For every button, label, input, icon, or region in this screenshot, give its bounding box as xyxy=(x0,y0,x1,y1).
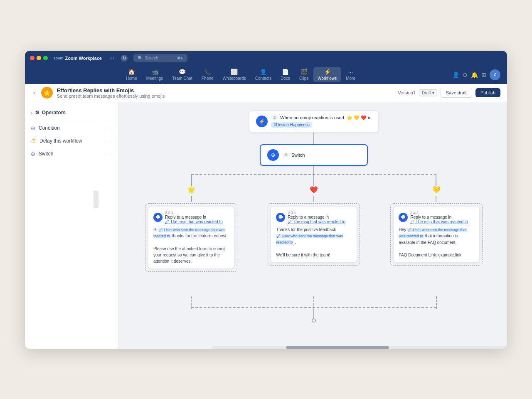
sidebar-item-left-condition: ⊕ Condition xyxy=(31,125,60,131)
workflow-subtitle: Send preset team messages effortlessly u… xyxy=(57,94,165,99)
reply-num-2: 2.3.1 xyxy=(288,211,345,215)
nav-label-contacts: Contacts xyxy=(255,76,271,81)
reply-icon-1: 💬 xyxy=(153,213,163,222)
workflow-icon: ⭐ xyxy=(41,87,53,99)
sidebar-collapse-tab[interactable]: › xyxy=(94,191,99,208)
nav-label-docs: Docs xyxy=(281,76,290,81)
maximize-button[interactable] xyxy=(43,56,48,60)
contacts-icon: 👤 xyxy=(260,69,267,75)
nav-item-docs[interactable]: 📄 Docs xyxy=(276,67,294,82)
nav-item-home[interactable]: 🏠 Home xyxy=(122,67,141,82)
reply-link-1[interactable]: 🖊 The msg that was reacted to xyxy=(165,219,223,224)
nav-label-meetings: Meetings xyxy=(146,76,163,81)
nav-item-whiteboards[interactable]: ⬜ Whiteboards xyxy=(219,67,250,82)
reply-body-1: Hi 🖊 User who sent the message that was … xyxy=(153,227,229,264)
navbar: 🏠 Home 📹 Meetings 💬 Team Chat 📞 Phone ⬜ … xyxy=(25,66,507,84)
v-line-top xyxy=(313,166,314,174)
v-merge xyxy=(313,307,314,320)
refresh-icon[interactable]: ↻ xyxy=(121,55,128,62)
sidebar-item-delay[interactable]: ⏱ Delay this workflow ⋮⋮ xyxy=(25,135,118,148)
nav-item-phone[interactable]: 📞 Phone xyxy=(197,67,218,82)
reply-body-3: Hey 🖊 User who sent the message that was… xyxy=(399,227,474,258)
reply-title-label-2: Reply to a message in xyxy=(288,215,345,219)
reply-num-3: 2.4.1 xyxy=(410,211,468,215)
sidebar-item-switch[interactable]: ⊕ Switch ⋮⋮ xyxy=(25,148,118,160)
bell-icon[interactable]: 🔔 xyxy=(471,71,478,78)
reply-dashed-frame-3: 💬 2.4.1 Reply to a message in 🖊 The msg … xyxy=(390,203,483,266)
zoom-label: zoom xyxy=(54,56,64,60)
sidebar-item-condition[interactable]: ⊕ Condition ⋮⋮ xyxy=(25,122,118,135)
minimize-button[interactable] xyxy=(37,56,41,60)
sidebar-divider xyxy=(25,120,118,120)
workflow-info: Effortless Replies with Emojis Send pres… xyxy=(57,87,165,99)
nav-item-clips[interactable]: 🎬 Clips xyxy=(295,67,313,82)
canvas-scrollbar[interactable] xyxy=(212,346,507,349)
connector-1 xyxy=(313,133,314,144)
profile-icon[interactable]: 👤 xyxy=(452,71,459,78)
draft-badge[interactable]: Draft ▾ xyxy=(419,89,437,96)
drag-handle-switch[interactable]: ⋮⋮ xyxy=(104,152,112,156)
reply-header-1: 💬 2.2.1 Reply to a message in 🖊 The msg … xyxy=(153,211,229,224)
phone-icon: 📞 xyxy=(204,69,211,75)
apps-icon[interactable]: ⊞ xyxy=(481,71,486,78)
reply-link-2[interactable]: 🖊 The msg that was reacted to xyxy=(288,219,345,224)
nav-item-more[interactable]: ··· More xyxy=(342,67,360,82)
switch-sidebar-icon: ⊕ xyxy=(31,151,35,157)
canvas[interactable]: ⚡ ① When an emoji reaction is used: 🌟 💛 … xyxy=(118,102,507,349)
workflow-title: Effortless Replies with Emojis xyxy=(57,87,165,94)
nav-item-workflows[interactable]: ⚡ Workflows xyxy=(313,67,341,82)
reply-card-3-wrapper: 💬 2.4.1 Reply to a message in 🖊 The msg … xyxy=(389,202,484,267)
workplace-label: Zoom Workplace xyxy=(65,56,102,61)
reply-node-2[interactable]: 💬 2.3.1 Reply to a message in 🖊 The msg … xyxy=(271,206,357,263)
forward-arrow-icon[interactable]: › xyxy=(113,55,114,61)
drag-handle-condition[interactable]: ⋮⋮ xyxy=(104,126,112,131)
gear-icon: ⚙ xyxy=(35,110,39,116)
search-bar[interactable]: 🔍 Search ⌘F xyxy=(133,54,187,62)
docs-icon: 📄 xyxy=(282,69,289,75)
help-icon[interactable]: ⊙ xyxy=(463,71,468,78)
sidebar-item-left-switch: ⊕ Switch xyxy=(31,151,53,157)
reply-header-3: 💬 2.4.1 Reply to a message in 🖊 The msg … xyxy=(399,211,474,224)
search-icon: 🔍 xyxy=(138,56,143,60)
emoji-1: 🌟 xyxy=(187,186,195,194)
app-window: zoom Zoom Workplace ‹ › ↻ 🔍 Search ⌘F 🏠 … xyxy=(25,51,507,349)
version-label: Version1 xyxy=(398,90,416,95)
bottom-v-right xyxy=(389,295,484,310)
switch-node[interactable]: ⊕ ② Switch xyxy=(260,144,368,166)
trigger-content: ① When an emoji reaction is used: 🌟 💛 ❤️… xyxy=(271,115,371,128)
nav-item-contacts[interactable]: 👤 Contacts xyxy=(251,67,276,82)
trigger-node[interactable]: ⚡ ① When an emoji reaction is used: 🌟 💛 … xyxy=(249,111,378,133)
step-badge: ① xyxy=(271,115,278,120)
trigger-tag[interactable]: #Design Happiness xyxy=(271,122,312,128)
reply-link-3[interactable]: 🖊 The msg that was reacted to xyxy=(410,219,468,224)
condition-label: Condition xyxy=(39,125,60,131)
branch-connectors: 🌟 ❤️ 💛 xyxy=(127,166,501,340)
reply-node-1[interactable]: 💬 2.2.1 Reply to a message in 🖊 The msg … xyxy=(148,206,234,269)
branch-area: 🌟 ❤️ 💛 xyxy=(127,166,501,340)
mention-3: 🖊 User who sent the message that was rea… xyxy=(399,228,466,239)
nav-arrows[interactable]: ‹ › xyxy=(108,55,117,61)
v-center-2 xyxy=(313,196,314,202)
sidebar-collapse-icon[interactable]: ‹ xyxy=(31,110,32,115)
back-button[interactable]: ‹ xyxy=(32,88,37,98)
reply-num-1: 2.2.1 xyxy=(165,211,223,215)
nav-item-meetings[interactable]: 📹 Meetings xyxy=(142,67,167,82)
switch-node-label: Switch xyxy=(291,153,305,158)
save-draft-button[interactable]: Save draft xyxy=(441,88,472,98)
close-button[interactable] xyxy=(30,56,34,60)
reply-node-3[interactable]: 💬 2.4.1 Reply to a message in 🖊 The msg … xyxy=(393,206,480,263)
nav-item-teamchat[interactable]: 💬 Team Chat xyxy=(168,67,196,82)
avatar[interactable]: Z xyxy=(490,69,500,80)
v-left-2 xyxy=(191,196,192,202)
reply-dashed-frame-1: 💬 2.2.1 Reply to a message in 🖊 The msg … xyxy=(145,203,237,272)
drag-handle-delay[interactable]: ⋮⋮ xyxy=(104,139,112,143)
delay-icon: ⏱ xyxy=(31,138,36,144)
reply-dashed-frame-2: 💬 2.3.1 Reply to a message in 🖊 The msg … xyxy=(268,203,360,266)
nav-label-teamchat: Team Chat xyxy=(172,76,192,81)
canvas-scrollbar-thumb[interactable] xyxy=(286,346,389,349)
publish-button[interactable]: Publish xyxy=(475,88,500,97)
back-arrow-icon[interactable]: ‹ xyxy=(110,55,112,61)
brand: zoom Zoom Workplace xyxy=(50,56,105,61)
nav-right: 👤 ⊙ 🔔 ⊞ Z xyxy=(452,69,503,80)
search-shortcut: ⌘F xyxy=(177,56,183,60)
